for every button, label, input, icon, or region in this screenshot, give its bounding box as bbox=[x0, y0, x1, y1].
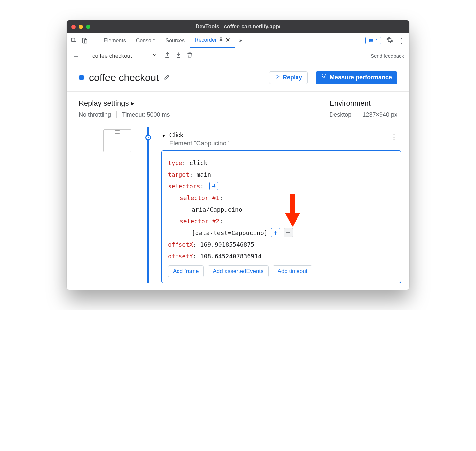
replay-button[interactable]: Replay bbox=[269, 71, 308, 84]
titlebar: DevTools - coffee-cart.netlify.app/ bbox=[67, 20, 409, 33]
delete-icon[interactable] bbox=[186, 52, 193, 60]
tab-label: Sources bbox=[165, 38, 185, 44]
window-title: DevTools - coffee-cart.netlify.app/ bbox=[196, 24, 281, 30]
minimize-window-button[interactable] bbox=[79, 25, 83, 29]
tabstrip-right: 1 ⋮ bbox=[365, 36, 407, 45]
settings-row: Replay settings ▸ No throttling Timeout:… bbox=[67, 92, 409, 127]
tab-label: Recorder bbox=[195, 37, 217, 43]
step-title: Click bbox=[169, 131, 229, 139]
export-icon[interactable] bbox=[164, 52, 171, 60]
devtools-tabstrip: Elements Console Sources Recorder ✕ 1 ⋮ bbox=[67, 33, 409, 48]
chevron-right-icon: ▸ bbox=[131, 99, 134, 108]
button-label: Measure performance bbox=[330, 74, 392, 81]
step-kebab-menu[interactable]: ⋮ bbox=[387, 131, 401, 143]
remove-selector-button[interactable]: − bbox=[284, 228, 293, 237]
new-recording-icon[interactable]: ＋ bbox=[72, 51, 80, 61]
tab-sources[interactable]: Sources bbox=[161, 33, 189, 48]
chevron-down-icon bbox=[152, 52, 157, 59]
device-value: Desktop bbox=[329, 111, 351, 118]
svg-rect-5 bbox=[290, 194, 295, 214]
divider bbox=[93, 37, 93, 44]
selector-2-key[interactable]: selector #2: bbox=[168, 215, 395, 227]
timeline bbox=[138, 127, 161, 283]
throttling-value: No throttling bbox=[79, 111, 111, 118]
tab-label: Elements bbox=[104, 38, 126, 44]
tab-elements[interactable]: Elements bbox=[99, 33, 131, 48]
feedback-count: 1 bbox=[376, 38, 378, 43]
step-thumbnail[interactable] bbox=[103, 129, 131, 152]
element-picker-icon[interactable] bbox=[209, 182, 218, 190]
step-body: ▼ Click Element "Cappucino" ⋮ type: clic… bbox=[161, 127, 409, 283]
svg-rect-2 bbox=[84, 39, 87, 43]
add-selector-button[interactable]: + bbox=[271, 228, 280, 237]
feedback-badge[interactable]: 1 bbox=[365, 37, 381, 44]
prop-offsetx[interactable]: offsetX: 169.90185546875 bbox=[168, 239, 395, 250]
device-toggle-icon[interactable] bbox=[80, 36, 89, 45]
inspect-element-icon[interactable] bbox=[69, 36, 79, 45]
timeout-value: Timeout: 5000 ms bbox=[122, 111, 170, 118]
recording-title: coffee checkout bbox=[89, 72, 159, 83]
annotation-arrow-icon bbox=[285, 194, 300, 227]
add-asserted-events-button[interactable]: Add assertedEvents bbox=[208, 265, 268, 277]
environment-title: Environment bbox=[329, 99, 371, 108]
close-window-button[interactable] bbox=[71, 25, 76, 29]
tab-recorder[interactable]: Recorder ✕ bbox=[190, 33, 235, 48]
kebab-menu-icon[interactable]: ⋮ bbox=[398, 37, 405, 45]
environment-settings: Environment Desktop 1237×940 px bbox=[329, 99, 397, 118]
card-actions: Add frame Add assertedEvents Add timeout bbox=[168, 265, 395, 277]
prop-selectors[interactable]: selectors: bbox=[168, 180, 395, 192]
selector-1-key[interactable]: selector #1: bbox=[168, 192, 395, 204]
recording-name: coffee checkout bbox=[92, 53, 132, 59]
replay-settings-title[interactable]: Replay settings ▸ bbox=[79, 99, 170, 108]
prop-offsety[interactable]: offsetY: 108.6452407836914 bbox=[168, 250, 395, 262]
tab-label: Console bbox=[136, 38, 156, 44]
add-timeout-button[interactable]: Add timeout bbox=[273, 265, 313, 277]
traffic-lights bbox=[71, 25, 90, 29]
edit-title-icon[interactable] bbox=[164, 74, 170, 82]
divider bbox=[116, 111, 117, 118]
tabstrip-left-icons bbox=[69, 36, 98, 45]
import-icon[interactable] bbox=[175, 52, 182, 60]
timeline-marker[interactable] bbox=[145, 135, 151, 140]
step-header: ▼ Click Element "Cappucino" ⋮ bbox=[161, 131, 401, 150]
selector-2-row: [data-test=Cappucino] + − bbox=[168, 227, 395, 239]
svg-point-3 bbox=[324, 77, 324, 77]
settings-gear-icon[interactable] bbox=[386, 36, 393, 45]
play-icon bbox=[275, 74, 280, 81]
send-feedback-link[interactable]: Send feedback bbox=[371, 53, 404, 59]
collapse-icon[interactable]: ▼ bbox=[161, 133, 166, 138]
step-details-card: type: click target: main selectors: sele… bbox=[161, 150, 401, 283]
replay-settings-values: No throttling Timeout: 5000 ms bbox=[79, 111, 170, 118]
tab-console[interactable]: Console bbox=[131, 33, 160, 48]
recording-indicator-icon bbox=[79, 75, 84, 80]
timeline-line bbox=[147, 127, 149, 283]
maximize-window-button[interactable] bbox=[86, 25, 90, 29]
close-tab-icon[interactable]: ✕ bbox=[225, 36, 230, 44]
selector-2-value[interactable]: [data-test=Cappucino] bbox=[192, 227, 268, 239]
replay-settings: Replay settings ▸ No throttling Timeout:… bbox=[79, 99, 170, 118]
environment-values: Desktop 1237×940 px bbox=[329, 111, 397, 118]
divider bbox=[357, 111, 357, 118]
steps-area: ▼ Click Element "Cappucino" ⋮ type: clic… bbox=[67, 127, 409, 290]
recording-header: coffee checkout Replay Measure performan… bbox=[67, 64, 409, 92]
settings-title-label: Replay settings bbox=[79, 99, 129, 108]
step-title-group: Click Element "Cappucino" bbox=[169, 131, 229, 147]
viewport-value: 1237×940 px bbox=[362, 111, 397, 118]
step-thumbnail-column bbox=[67, 127, 138, 283]
button-label: Replay bbox=[283, 74, 302, 81]
svg-marker-6 bbox=[285, 213, 300, 227]
recording-select[interactable]: coffee checkout bbox=[86, 51, 159, 61]
recorder-toolbar: ＋ coffee checkout Send feedback bbox=[67, 48, 409, 64]
prop-type[interactable]: type: click bbox=[168, 157, 395, 169]
flask-icon bbox=[219, 37, 223, 43]
add-frame-button[interactable]: Add frame bbox=[168, 265, 204, 277]
more-tabs-icon[interactable] bbox=[236, 36, 247, 45]
measure-performance-button[interactable]: Measure performance bbox=[316, 71, 397, 84]
devtools-window: DevTools - coffee-cart.netlify.app/ Elem… bbox=[67, 20, 409, 290]
selector-1-value[interactable]: aria/Cappucino bbox=[168, 204, 395, 215]
prop-target[interactable]: target: main bbox=[168, 169, 395, 180]
step-subtitle: Element "Cappucino" bbox=[169, 140, 229, 147]
gauge-icon bbox=[321, 74, 327, 81]
